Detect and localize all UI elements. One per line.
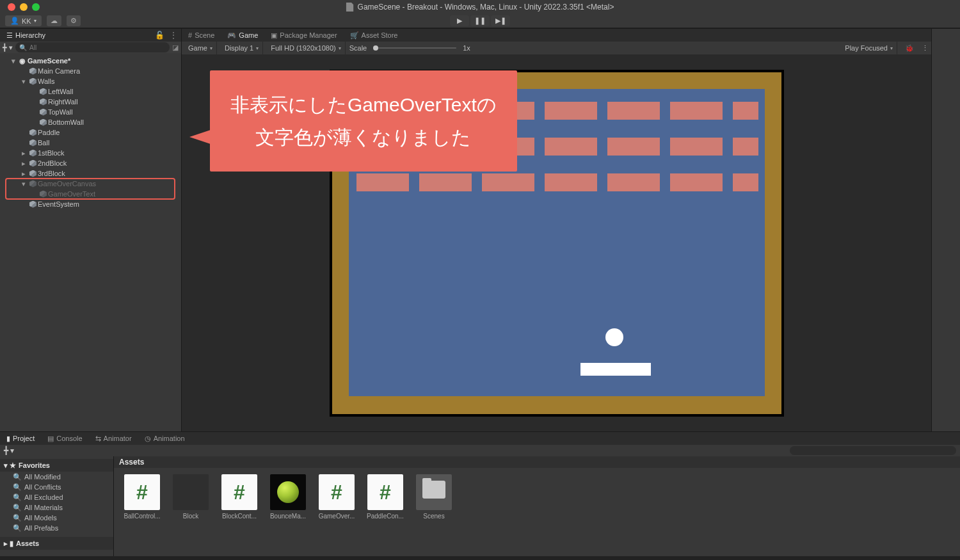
asset-label: PaddleCon...: [365, 513, 406, 520]
tab-asset-store[interactable]: 🛒Asset Store: [344, 30, 404, 41]
hierarchy-item[interactable]: LeftWall: [0, 86, 181, 97]
hierarchy-search[interactable]: 🔍 All: [15, 42, 170, 52]
svg-rect-16: [733, 138, 758, 156]
asset-label: BallControl...: [122, 513, 163, 520]
assets-tree-header[interactable]: ▸ ▮Assets: [0, 537, 113, 550]
asset-thumb: [221, 474, 257, 510]
hierarchy-item[interactable]: Paddle: [0, 127, 181, 138]
asset-item[interactable]: Block: [170, 474, 211, 520]
svg-rect-25: [580, 363, 651, 376]
svg-rect-17: [356, 173, 409, 191]
step-button[interactable]: ▶❚: [491, 15, 510, 26]
annotation-callout: 非表示にしたGameOverTextの 文字色が薄くなりました: [210, 70, 517, 172]
svg-rect-14: [607, 138, 660, 156]
scale-value: 1x: [463, 44, 470, 52]
hierarchy-item[interactable]: ▸1stBlock: [0, 148, 181, 158]
game-mode-dropdown[interactable]: Game▾: [184, 42, 217, 54]
favorite-item[interactable]: 🔍All Modified: [0, 472, 113, 482]
settings-button[interactable]: ⚙: [67, 15, 81, 26]
tab-game[interactable]: 🎮Game: [221, 30, 264, 41]
hierarchy-tree: ▾◉GameScene* Main Camera ▾Walls LeftWall…: [0, 53, 181, 212]
lock-icon[interactable]: 🔓: [155, 31, 164, 40]
svg-rect-18: [419, 173, 472, 191]
cart-icon: 🛒: [350, 31, 359, 40]
tab-hierarchy[interactable]: ☰ Hierarchy: [0, 30, 52, 41]
hierarchy-tabs: ☰ Hierarchy 🔓 ⋮: [0, 29, 181, 42]
asset-thumb: [270, 474, 306, 510]
zoom-window-icon[interactable]: [32, 3, 40, 11]
favorites-header[interactable]: ▾ ★Favorites: [0, 459, 113, 472]
pause-button[interactable]: ❚❚: [470, 15, 490, 26]
hierarchy-item[interactable]: RightWall: [0, 97, 181, 107]
favorite-item[interactable]: 🔍All Models: [0, 513, 113, 523]
favorite-item[interactable]: 🔍All Conflicts: [0, 482, 113, 492]
list-icon: ☰: [6, 31, 13, 40]
favorite-item[interactable]: 🔍All Materials: [0, 502, 113, 513]
favorite-item[interactable]: 🔍All Prefabs: [0, 523, 113, 533]
cloud-button[interactable]: ☁: [47, 15, 61, 26]
minimize-window-icon[interactable]: [20, 3, 28, 11]
svg-rect-7: [607, 102, 660, 120]
animator-icon: ⇆: [95, 435, 101, 443]
play-focused-dropdown[interactable]: Play Focused▾: [841, 42, 897, 54]
search-icon: 🔍: [13, 523, 22, 533]
account-label: KK: [22, 17, 31, 25]
hierarchy-item[interactable]: BottomWall: [0, 117, 181, 127]
cloud-icon: ☁: [51, 17, 58, 25]
hierarchy-item[interactable]: ▾Walls: [0, 76, 181, 86]
asset-item[interactable]: BounceMa...: [268, 474, 308, 520]
account-dropdown[interactable]: 👤 KK ▾: [5, 15, 42, 26]
main-toolbar: 👤 KK ▾ ☁ ⚙ ▶ ❚❚ ▶❚: [0, 14, 960, 28]
folder-icon: ▮: [6, 435, 10, 443]
scale-slider[interactable]: [373, 47, 456, 49]
asset-item[interactable]: Scenes: [413, 474, 454, 520]
project-panel: ▮Project ▤Console ⇆Animator ◷Animation ╋…: [0, 431, 960, 556]
asset-item[interactable]: GameOver...: [316, 474, 357, 520]
create-dropdown[interactable]: ╋ ▾: [4, 446, 14, 455]
asset-grid: BallControl...BlockBlockCont...BounceMa.…: [114, 468, 960, 556]
tab-animator[interactable]: ⇆Animator: [89, 433, 138, 444]
console-icon: ▤: [47, 435, 54, 443]
tab-project[interactable]: ▮Project: [0, 433, 41, 444]
hierarchy-item-gameovercanvas[interactable]: ▾GameOverCanvas: [0, 179, 181, 189]
asset-item[interactable]: BallControl...: [122, 474, 163, 520]
asset-item[interactable]: BlockCont...: [219, 474, 260, 520]
search-icon: 🔍: [13, 492, 22, 502]
asset-label: GameOver...: [316, 513, 357, 520]
hierarchy-item[interactable]: Ball: [0, 138, 181, 148]
hierarchy-item[interactable]: ▸3rdBlock: [0, 168, 181, 179]
asset-thumb: [367, 474, 403, 510]
panel-menu-icon[interactable]: ⋮: [922, 44, 929, 52]
close-window-icon[interactable]: [8, 3, 15, 11]
svg-point-24: [605, 328, 623, 346]
asset-label: Scenes: [413, 513, 454, 520]
bug-icon[interactable]: 🐞: [901, 44, 918, 52]
inspector-collapsed[interactable]: [931, 29, 960, 431]
hierarchy-item[interactable]: EventSystem: [0, 199, 181, 209]
search-icon: 🔍: [13, 502, 22, 513]
svg-rect-22: [670, 173, 723, 191]
hierarchy-item[interactable]: Main Camera: [0, 66, 181, 76]
tab-scene[interactable]: #Scene: [182, 30, 221, 40]
game-view-toolbar: Game▾ Display 1▾ Full HD (1920x1080)▾ Sc…: [182, 42, 931, 54]
tab-animation[interactable]: ◷Animation: [138, 433, 191, 444]
asset-thumb: [319, 474, 355, 510]
favorite-item[interactable]: 🔍All Excluded: [0, 492, 113, 502]
hierarchy-item[interactable]: ▸2ndBlock: [0, 158, 181, 168]
resolution-dropdown[interactable]: Full HD (1920x1080)▾: [267, 42, 346, 54]
asset-item[interactable]: PaddleCon...: [365, 474, 406, 520]
project-search[interactable]: [790, 446, 956, 455]
create-dropdown[interactable]: ╋ ▾: [3, 44, 13, 52]
hierarchy-item-gameovertext[interactable]: GameOverText: [0, 189, 181, 199]
panel-menu-icon[interactable]: ⋮: [170, 31, 177, 40]
svg-rect-19: [482, 173, 534, 191]
display-dropdown[interactable]: Display 1▾: [221, 42, 263, 54]
svg-rect-20: [545, 173, 597, 191]
filter-icon[interactable]: ◪: [172, 44, 179, 52]
animation-icon: ◷: [145, 435, 151, 443]
tab-console[interactable]: ▤Console: [41, 433, 88, 444]
play-button[interactable]: ▶: [450, 15, 469, 26]
tab-package-manager[interactable]: ▣Package Manager: [264, 30, 343, 41]
hierarchy-item[interactable]: TopWall: [0, 107, 181, 117]
scene-root[interactable]: ▾◉GameScene*: [0, 56, 181, 66]
